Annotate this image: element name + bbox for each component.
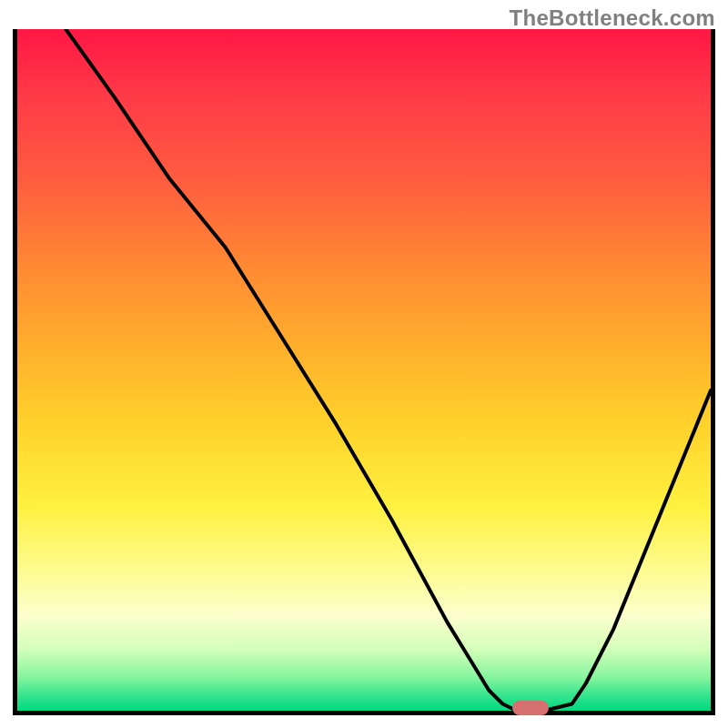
bottleneck-curve-path <box>66 29 711 711</box>
plot-area <box>13 29 715 715</box>
chart-canvas: TheBottleneck.com <box>0 0 728 728</box>
optimum-marker <box>512 701 549 715</box>
watermark-text: TheBottleneck.com <box>510 5 715 31</box>
curve-layer <box>17 29 711 711</box>
